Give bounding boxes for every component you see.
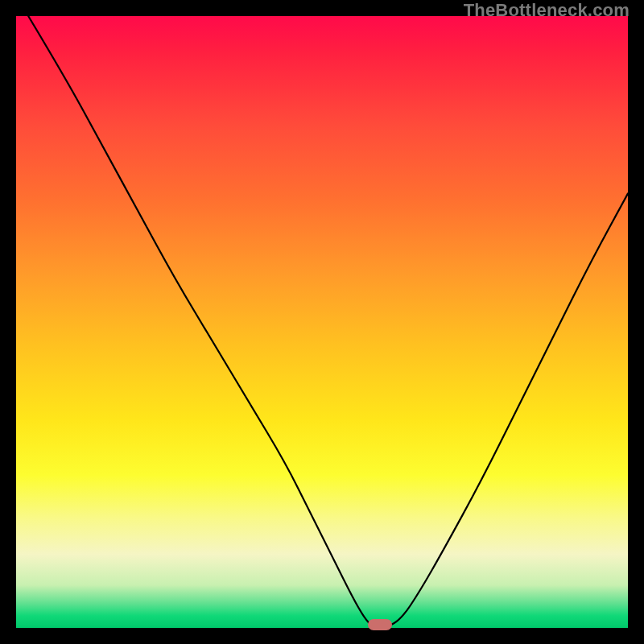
optimal-marker <box>368 619 392 630</box>
attribution-watermark: TheBottleneck.com <box>464 0 630 21</box>
chart-container: TheBottleneck.com <box>0 0 644 644</box>
plot-area <box>16 16 628 628</box>
bottleneck-curve <box>16 16 628 628</box>
